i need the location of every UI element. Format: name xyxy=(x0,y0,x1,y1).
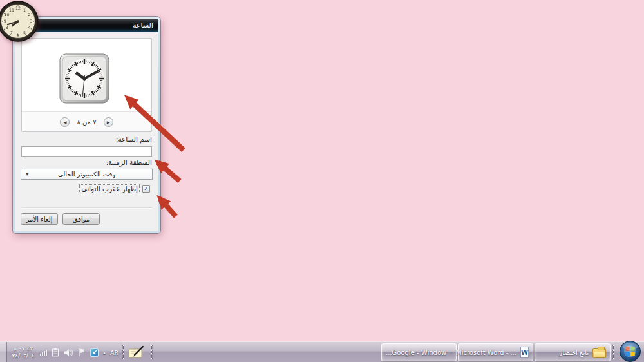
network-signal-icon[interactable] xyxy=(40,350,47,356)
svg-text:6: 6 xyxy=(17,32,19,37)
svg-text:3: 3 xyxy=(30,19,32,23)
language-indicator[interactable]: AR xyxy=(110,349,118,356)
show-seconds-label: إظهار عقرب الثواني xyxy=(79,184,140,193)
clock-gadget[interactable]: 121234567891011 xyxy=(0,1,39,42)
chevron-right-icon: ▶ xyxy=(107,120,110,124)
start-button[interactable] xyxy=(619,340,641,362)
svg-text:10: 10 xyxy=(4,12,9,17)
tray-date: ٢٤/٠٣/٠٤ xyxy=(12,352,34,359)
clock-name-label: اسم الساعة: xyxy=(116,135,152,143)
ok-button[interactable]: موافق xyxy=(62,213,100,225)
toolbar-grip[interactable] xyxy=(151,345,153,360)
timezone-selected-value: وقت الكمبيوتر الحالي xyxy=(58,171,115,178)
desktop: { "window": { "title": "الساعة" }, "prev… xyxy=(0,0,644,362)
word-icon: W xyxy=(520,347,529,358)
show-hidden-icons-button[interactable]: ▴ xyxy=(103,350,106,356)
show-seconds-checkbox[interactable]: ✓ xyxy=(142,185,150,193)
clock-preview-panel: ◀ ٧ من ٨ ▶ xyxy=(21,38,152,132)
button-separator xyxy=(21,207,152,208)
taskbar-button-label: تابع اختصار xyxy=(559,349,589,356)
chevron-left-icon: ◀ xyxy=(64,120,67,124)
annotation-arrow-checkbox xyxy=(160,198,176,216)
cancel-button[interactable]: إلغاء الأمر xyxy=(21,213,58,225)
action-center-flag-icon[interactable] xyxy=(78,348,86,357)
timezone-dropdown[interactable]: وقت الكمبيوتر الحالي ▾ xyxy=(21,169,153,180)
clock-name-input[interactable] xyxy=(21,146,152,157)
svg-text:11: 11 xyxy=(9,8,14,12)
dialog-title: الساعة xyxy=(133,21,153,30)
taskbar: ٠٧:٤٢ م ٢٤/٠٣/٠٤ ▴ AR xyxy=(0,341,644,362)
previous-clock-button[interactable]: ◀ xyxy=(60,117,70,127)
taskbar-button-folder[interactable]: تابع اختصار xyxy=(535,343,611,361)
preview-pager: ◀ ٧ من ٨ ▶ xyxy=(22,111,151,131)
taskbar-button-word[interactable]: W Microsoft Word - ... xyxy=(458,343,533,361)
chevron-down-icon: ▾ xyxy=(26,171,29,177)
notification-area: ▴ AR xyxy=(40,342,118,362)
toolbar-grip[interactable] xyxy=(612,345,615,360)
folder-icon xyxy=(592,348,606,358)
svg-text:1: 1 xyxy=(23,8,26,12)
next-clock-button[interactable]: ▶ xyxy=(104,117,113,127)
tablet-input-icon[interactable] xyxy=(128,345,146,359)
connectivity-app-icon[interactable] xyxy=(90,348,99,357)
svg-text:7: 7 xyxy=(10,30,13,35)
clock-settings-dialog: الساعة xyxy=(13,17,160,233)
taskbar-button-label: ...Google - Window xyxy=(386,349,446,356)
svg-text:12: 12 xyxy=(15,6,21,10)
clipboard-icon[interactable] xyxy=(52,348,59,357)
taskbar-button-internet-explorer[interactable]: e ...Google - Window xyxy=(381,343,457,361)
svg-text:5: 5 xyxy=(23,30,26,35)
svg-text:9: 9 xyxy=(4,19,6,23)
tray-time: ٠٧:٤٢ م xyxy=(14,345,33,352)
internet-explorer-icon: e xyxy=(450,345,452,360)
annotation-arrow-name-input xyxy=(158,162,180,181)
show-desktop-button[interactable] xyxy=(0,342,7,362)
checkmark-icon: ✓ xyxy=(144,186,149,192)
volume-icon[interactable] xyxy=(64,348,73,357)
dialog-body: ◀ ٧ من ٨ ▶ اسم الساعة: المنطقة الزمنية: … xyxy=(15,32,158,231)
tray-clock[interactable]: ٠٧:٤٢ م ٢٤/٠٣/٠٤ xyxy=(8,342,39,362)
taskbar-button-label: Microsoft Word - ... xyxy=(456,349,516,356)
svg-text:8: 8 xyxy=(5,25,8,30)
toolbar-grip[interactable] xyxy=(122,345,125,360)
timezone-label: المنطقة الزمنية: xyxy=(106,158,152,166)
pager-position-text: ٧ من ٨ xyxy=(77,119,96,126)
svg-text:4: 4 xyxy=(28,25,30,30)
clock-preview-image[interactable] xyxy=(59,53,109,104)
svg-text:2: 2 xyxy=(28,12,30,17)
show-seconds-row: ✓ إظهار عقرب الثواني xyxy=(79,184,150,193)
